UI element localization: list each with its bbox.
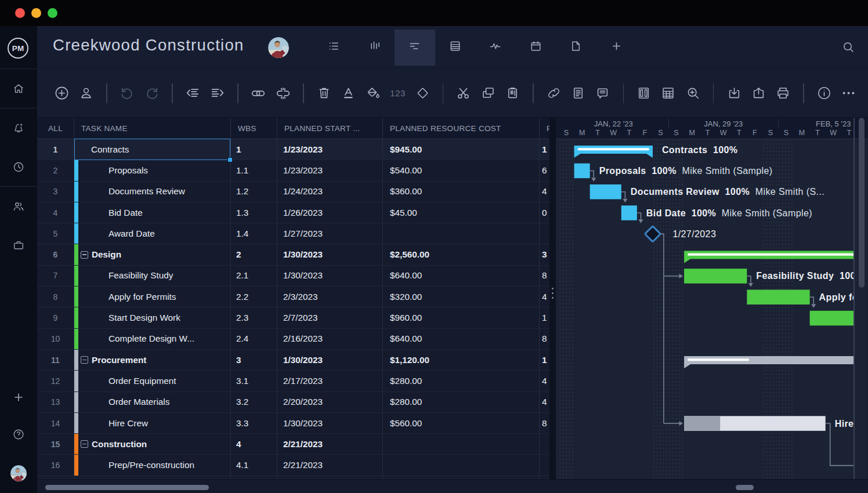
toolbar-import-button[interactable] xyxy=(722,81,746,106)
cell-extra[interactable]: 4 xyxy=(540,287,549,307)
tab-docs-view[interactable] xyxy=(556,30,596,66)
cell-wbs[interactable]: 2.4 xyxy=(231,329,277,349)
cell-extra[interactable]: 3 xyxy=(540,244,549,264)
cell-num[interactable]: 7 xyxy=(37,266,74,286)
cell-start[interactable]: 2/16/2023 xyxy=(277,329,383,349)
cell-num[interactable]: 11 xyxy=(37,350,74,370)
cell-wbs[interactable]: 3.1 xyxy=(231,371,277,391)
project-owner-avatar[interactable] xyxy=(268,37,289,58)
cell-wbs[interactable]: 1.1 xyxy=(231,160,277,180)
cell-extra[interactable] xyxy=(540,434,549,454)
task-row-10[interactable]: 10Complete Design W...2.42/16/2023$640.0… xyxy=(37,329,549,350)
gantt-bar-feasibility[interactable] xyxy=(684,269,747,284)
toolbar-columns-button[interactable] xyxy=(631,81,656,106)
cell-num[interactable]: 3 xyxy=(37,182,74,202)
toolbar-attach-link-button[interactable] xyxy=(541,81,566,106)
cell-num[interactable]: 2 xyxy=(37,160,74,180)
gantt-bar-hirecrew[interactable] xyxy=(684,416,826,431)
cell-start[interactable]: 2/17/2023 xyxy=(277,371,383,391)
gantt-bar-proposals[interactable] xyxy=(574,164,590,179)
cell-num[interactable]: 9 xyxy=(37,307,74,328)
column-header-start[interactable]: PLANNED START ... xyxy=(277,118,383,139)
cell-num[interactable]: 5 xyxy=(37,223,74,244)
cell-name[interactable]: Order Equipment xyxy=(74,371,231,391)
toolbar-redo-button[interactable] xyxy=(139,81,164,106)
cell-wbs[interactable]: 1 xyxy=(231,139,277,160)
cell-extra[interactable]: 1 xyxy=(540,350,549,370)
task-row-14[interactable]: 14Hire Crew3.31/30/2023$560.008 xyxy=(37,413,549,434)
sidebar-bell-icon[interactable] xyxy=(0,108,37,147)
toolbar-zoom-in-button[interactable] xyxy=(681,81,705,106)
gantt-bar-startdesign[interactable] xyxy=(810,311,853,326)
toolbar-number-format-button[interactable]: 123 xyxy=(385,81,410,106)
toolbar-delete-button[interactable] xyxy=(312,81,336,106)
pm-logo[interactable]: PM xyxy=(8,38,28,59)
tab-board-view[interactable] xyxy=(355,30,395,66)
toolbar-fill-color-button[interactable] xyxy=(361,81,385,106)
toolbar-paste-button[interactable] xyxy=(500,81,525,106)
gantt-bar-permits[interactable] xyxy=(747,290,809,305)
cell-start[interactable]: 1/30/2023 xyxy=(277,350,383,370)
cell-name[interactable]: Procurement xyxy=(74,350,231,370)
toolbar-unlink-tasks-button[interactable] xyxy=(271,81,295,106)
cell-cost[interactable]: $320.00 xyxy=(383,287,540,307)
selection-fill-handle[interactable] xyxy=(227,157,233,162)
cell-cost[interactable]: $540.00 xyxy=(383,160,540,180)
task-row-16[interactable]: 16Prep/Pre-construction4.12/21/2023 xyxy=(37,455,549,476)
cell-wbs[interactable]: 4.1 xyxy=(231,455,277,475)
cell-wbs[interactable]: 2.2 xyxy=(231,287,277,307)
toolbar-undo-button[interactable] xyxy=(115,81,139,106)
cell-wbs[interactable]: 2.1 xyxy=(231,266,277,286)
cell-num[interactable]: 4 xyxy=(37,202,74,223)
collapse-toggle-icon[interactable] xyxy=(81,356,88,364)
cell-cost[interactable] xyxy=(383,455,540,475)
toolbar-print-button[interactable] xyxy=(771,81,795,106)
toolbar-outdent-button[interactable] xyxy=(180,81,205,106)
cell-name[interactable]: Prep/Pre-construction xyxy=(74,455,231,475)
grid-horizontal-scrollbar[interactable] xyxy=(45,485,209,490)
cell-extra[interactable]: 0 xyxy=(540,202,549,223)
cell-start[interactable]: 1/27/2023 xyxy=(277,223,383,244)
toolbar-link-tasks-button[interactable] xyxy=(246,81,270,106)
cell-start[interactable]: 1/23/2023 xyxy=(277,139,383,160)
cell-cost[interactable]: $640.00 xyxy=(383,266,540,286)
cell-wbs[interactable]: 3.3 xyxy=(231,413,277,433)
gantt-bar-contracts[interactable] xyxy=(574,146,653,158)
tab-calendar-view[interactable] xyxy=(516,30,556,66)
collapse-toggle-icon[interactable] xyxy=(81,251,88,259)
cell-num[interactable]: 12 xyxy=(37,371,74,391)
cell-wbs[interactable]: 1.2 xyxy=(231,182,277,202)
cell-start[interactable]: 1/24/2023 xyxy=(277,182,383,202)
cell-wbs[interactable]: 4 xyxy=(231,434,277,454)
cell-num[interactable]: 16 xyxy=(37,455,74,475)
cell-start[interactable]: 1/30/2023 xyxy=(277,266,383,286)
sidebar-briefcase-icon[interactable] xyxy=(0,226,37,264)
task-row-13[interactable]: 13Order Materials3.22/20/2023$280.004 xyxy=(37,392,549,413)
toolbar-add-task-button[interactable] xyxy=(49,81,74,106)
task-row-12[interactable]: 12Order Equipment3.12/17/2023$280.004 xyxy=(37,371,549,392)
cell-name[interactable]: Construction xyxy=(74,434,231,454)
cell-extra[interactable]: 8 xyxy=(540,413,549,433)
cell-name[interactable]: Award Date xyxy=(74,223,231,244)
grid-gantt-splitter[interactable] xyxy=(549,118,556,479)
cell-name[interactable]: Hire Crew xyxy=(74,413,231,433)
column-header-extra[interactable]: P xyxy=(540,118,549,139)
cell-cost[interactable]: $945.00 xyxy=(383,139,540,160)
cell-cost[interactable]: $560.00 xyxy=(383,413,540,433)
cell-start[interactable]: 1/30/2023 xyxy=(277,413,383,433)
cell-start[interactable]: 2/7/2023 xyxy=(277,307,383,328)
toolbar-copy-button[interactable] xyxy=(476,81,500,106)
cell-start[interactable]: 1/26/2023 xyxy=(277,202,383,223)
task-row-8[interactable]: 8Apply for Permits2.22/3/2023$320.004 xyxy=(37,287,549,307)
toolbar-comment-button[interactable] xyxy=(591,81,615,106)
toolbar-more-button[interactable] xyxy=(837,81,861,106)
cell-cost[interactable]: $360.00 xyxy=(383,182,540,202)
tab-activity-view[interactable] xyxy=(475,30,516,66)
toolbar-indent-button[interactable] xyxy=(205,81,230,106)
task-row-5[interactable]: 5Award Date1.41/27/2023 xyxy=(37,223,549,244)
task-row-15[interactable]: 15Construction42/21/2023 xyxy=(37,434,549,455)
toolbar-notes-button[interactable] xyxy=(566,81,590,106)
cell-name[interactable]: Complete Design W... xyxy=(74,329,231,349)
task-row-6[interactable]: 6Design21/30/2023$2,560.003 xyxy=(37,244,549,265)
collapse-toggle-icon[interactable] xyxy=(81,440,88,448)
